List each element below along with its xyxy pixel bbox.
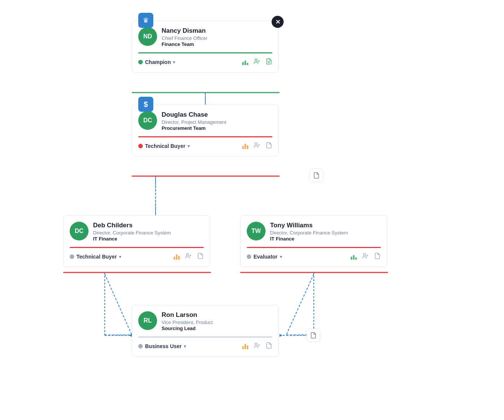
deb-header: DC Deb Childers Director, Corporate Fina… <box>70 222 204 242</box>
ron-add-person-icon[interactable] <box>254 342 260 350</box>
close-button[interactable]: ✕ <box>272 16 284 28</box>
ron-avatar: RL <box>138 311 157 330</box>
deb-add-person-icon[interactable] <box>185 253 192 261</box>
svg-marker-31 <box>129 334 132 337</box>
deb-role-label: Technical Buyer <box>76 254 117 260</box>
nancy-footer: Champion ▾ <box>138 58 272 66</box>
card-nancy: ♛ ✕ ND Nancy Disman Chief Finance Office… <box>132 21 279 73</box>
card-tony: TW Tony Williams Director, Corporate Fin… <box>240 215 387 267</box>
deb-bar-chart-icon[interactable] <box>174 254 180 260</box>
close-icon: ✕ <box>275 18 280 26</box>
douglas-role-badge[interactable]: Technical Buyer ▾ <box>138 143 190 149</box>
douglas-chart <box>242 143 248 149</box>
nancy-title: Chief Finance Officer <box>162 35 208 41</box>
svg-marker-34 <box>279 334 283 337</box>
tony-role-badge[interactable]: Evaluator ▾ <box>247 254 282 260</box>
ron-team: Sourcing Lead <box>162 326 213 331</box>
deb-actions <box>174 253 204 261</box>
badge-crown: ♛ <box>138 13 153 28</box>
tony-bar-chart-icon[interactable] <box>351 254 357 260</box>
deb-team: IT Finance <box>93 236 171 242</box>
svg-point-17 <box>363 253 366 256</box>
card-douglas: $ DC Douglas Chase Director, Project Man… <box>132 105 279 157</box>
svg-point-11 <box>255 143 257 145</box>
nancy-doc-icon[interactable] <box>266 58 272 66</box>
deb-divider <box>70 247 204 248</box>
ron-bar-chart-icon[interactable] <box>242 343 248 349</box>
tony-title: Director, Corporate Finance System <box>270 230 348 236</box>
ron-divider <box>138 336 272 338</box>
tony-role-dot <box>247 254 251 259</box>
tony-chart <box>351 254 357 260</box>
deb-chevron: ▾ <box>119 254 121 259</box>
ron-chart <box>242 343 248 349</box>
tony-chevron: ▾ <box>280 254 282 259</box>
tony-header: TW Tony Williams Director, Corporate Fin… <box>247 222 381 242</box>
deb-initials: DC <box>75 228 83 234</box>
tony-info: Tony Williams Director, Corporate Financ… <box>270 222 348 242</box>
card-deb: DC Deb Childers Director, Corporate Fina… <box>63 215 210 267</box>
nancy-initials: ND <box>143 33 152 40</box>
tony-doc-icon[interactable] <box>374 253 381 261</box>
svg-point-14 <box>186 253 189 256</box>
deb-title: Director, Corporate Finance System <box>93 230 171 236</box>
douglas-info: Douglas Chase Director, Project Manageme… <box>162 111 226 131</box>
ron-info: Ron Larson Vice President, Product Sourc… <box>162 311 213 331</box>
douglas-add-person-icon[interactable] <box>254 142 260 150</box>
floating-doc-douglas[interactable] <box>310 169 323 182</box>
tony-name: Tony Williams <box>270 222 348 229</box>
douglas-avatar: DC <box>138 111 157 130</box>
douglas-role-dot <box>138 144 143 148</box>
ron-title: Vice President, Product <box>162 320 213 325</box>
nancy-actions <box>242 58 272 66</box>
card-ron: RL Ron Larson Vice President, Product So… <box>132 305 279 357</box>
douglas-actions <box>242 142 272 150</box>
deb-doc-icon[interactable] <box>197 253 204 261</box>
ron-initials: RL <box>144 317 151 324</box>
deb-role-dot <box>70 254 74 259</box>
tony-role-label: Evaluator <box>254 254 278 260</box>
org-chart-canvas: ♛ ✕ ND Nancy Disman Chief Finance Office… <box>0 0 504 420</box>
ron-actions <box>242 342 272 350</box>
svg-line-3 <box>286 274 314 335</box>
douglas-title: Director, Project Management <box>162 119 226 125</box>
ron-role-label: Business User <box>145 343 182 349</box>
douglas-chevron: ▾ <box>188 144 190 149</box>
nancy-name: Nancy Disman <box>162 27 208 35</box>
tony-footer: Evaluator ▾ <box>247 253 381 261</box>
nancy-role-label: Champion <box>145 59 171 65</box>
deb-name: Deb Childers <box>93 222 171 229</box>
ron-footer: Business User ▾ <box>138 342 272 350</box>
deb-role-badge[interactable]: Technical Buyer ▾ <box>70 254 121 260</box>
crown-icon: ♛ <box>143 16 149 24</box>
nancy-role-badge[interactable]: Champion ▾ <box>138 59 175 65</box>
douglas-footer: Technical Buyer ▾ <box>138 142 272 150</box>
douglas-doc-icon[interactable] <box>266 142 272 150</box>
douglas-team: Procurement Team <box>162 125 226 131</box>
douglas-divider <box>138 136 272 137</box>
ron-role-badge[interactable]: Business User ▾ <box>138 343 186 349</box>
ron-chevron: ▾ <box>184 344 186 349</box>
tony-divider <box>247 247 381 248</box>
floating-doc-deb-ron[interactable] <box>307 329 320 342</box>
nancy-role-dot <box>138 60 143 64</box>
nancy-add-person-icon[interactable] <box>254 58 260 66</box>
deb-chart <box>174 254 180 260</box>
nancy-info: Nancy Disman Chief Finance Officer Finan… <box>162 27 208 47</box>
ron-role-dot <box>138 344 143 348</box>
nancy-header: ND Nancy Disman Chief Finance Officer Fi… <box>138 27 272 47</box>
svg-point-20 <box>255 343 257 345</box>
douglas-role-label: Technical Buyer <box>145 143 185 149</box>
douglas-initials: DC <box>143 117 152 124</box>
ron-doc-icon[interactable] <box>266 342 272 350</box>
nancy-bar-chart-icon[interactable] <box>242 59 248 65</box>
tony-add-person-icon[interactable] <box>362 253 369 261</box>
douglas-bar-chart-icon[interactable] <box>242 143 248 149</box>
nancy-avatar: ND <box>138 27 157 46</box>
svg-line-2 <box>105 274 132 335</box>
deb-footer: Technical Buyer ▾ <box>70 253 204 261</box>
nancy-team: Finance Team <box>162 41 208 47</box>
svg-point-6 <box>255 59 257 61</box>
tony-initials: TW <box>252 228 261 234</box>
deb-avatar: DC <box>70 222 89 240</box>
